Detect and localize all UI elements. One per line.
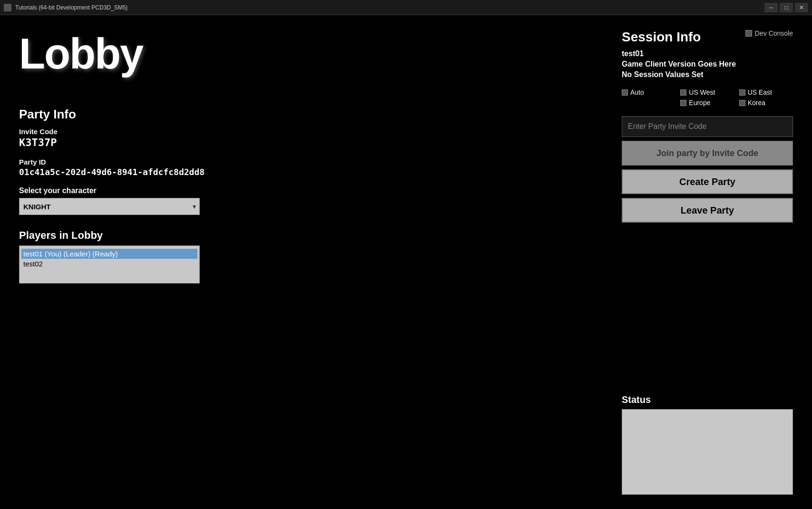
right-top-header: Session Info Dev Console <box>622 29 793 45</box>
status-section: Status <box>622 385 793 495</box>
region-us-east[interactable]: US East <box>739 88 793 96</box>
session-version: Game Client Version Goes Here <box>622 60 793 69</box>
right-panel: Session Info Dev Console test01 Game Cli… <box>612 29 793 495</box>
status-box <box>622 409 793 495</box>
list-item[interactable]: test01 (You) (Leader) (Ready) <box>21 249 197 259</box>
region-europe-checkbox <box>680 100 686 106</box>
session-no-values: No Session Values Set <box>622 70 793 79</box>
main-content: Lobby Party Info Invite Code K3T37P Part… <box>0 15 812 509</box>
character-select-label: Select your character <box>19 186 593 195</box>
join-party-button[interactable]: Join party by Invite Code <box>622 141 793 166</box>
session-info-title: Session Info <box>622 29 701 45</box>
title-bar-text: Tutorials (64-bit Development PCD3D_SM5) <box>15 4 127 11</box>
region-us-west[interactable]: US West <box>680 88 734 96</box>
region-korea-label: Korea <box>748 99 765 107</box>
app-icon <box>4 4 11 11</box>
invite-code-value: K3T37P <box>19 137 593 148</box>
region-auto[interactable]: Auto <box>622 88 675 96</box>
character-select-section: Select your character KNIGHT WARRIOR MAG… <box>19 186 593 215</box>
character-select[interactable]: KNIGHT WARRIOR MAGE ARCHER <box>19 198 200 215</box>
dev-console-checkbox <box>745 30 752 37</box>
party-info-section: Party Info Invite Code K3T37P Party ID 0… <box>19 107 593 177</box>
lobby-title: Lobby <box>19 29 593 78</box>
region-europe[interactable]: Europe <box>680 99 734 107</box>
invite-code-label: Invite Code <box>19 127 593 136</box>
region-us-west-label: US West <box>689 88 715 96</box>
region-us-west-checkbox <box>680 89 686 96</box>
party-info-heading: Party Info <box>19 107 593 122</box>
maximize-button[interactable]: □ <box>780 3 793 12</box>
list-item[interactable]: test02 <box>23 259 196 269</box>
left-panel: Lobby Party Info Invite Code K3T37P Part… <box>19 29 612 495</box>
invite-code-input[interactable] <box>622 116 793 137</box>
region-us-east-label: US East <box>748 88 772 96</box>
status-label: Status <box>622 394 793 405</box>
create-party-button[interactable]: Create Party <box>622 169 793 194</box>
title-bar: Tutorials (64-bit Development PCD3D_SM5)… <box>0 0 812 15</box>
players-section: Players in Lobby test01 (You) (Leader) (… <box>19 229 593 284</box>
party-id-value: 01c41a5c-202d-49d6-8941-afdcfc8d2dd8 <box>19 167 593 177</box>
minimize-button[interactable]: ─ <box>764 3 778 12</box>
title-bar-left: Tutorials (64-bit Development PCD3D_SM5) <box>4 4 127 11</box>
players-list: test01 (You) (Leader) (Ready) test02 <box>19 245 200 284</box>
region-auto-checkbox <box>622 89 628 96</box>
regions-grid: Auto US West US East Europe Korea <box>622 88 793 107</box>
close-button[interactable]: ✕ <box>795 3 808 12</box>
region-us-east-checkbox <box>739 89 745 96</box>
region-korea[interactable]: Korea <box>739 99 793 107</box>
leave-party-button[interactable]: Leave Party <box>622 198 793 223</box>
dev-console-toggle[interactable]: Dev Console <box>745 29 793 37</box>
region-auto-label: Auto <box>630 88 644 96</box>
session-username: test01 <box>622 49 793 58</box>
character-select-wrapper: KNIGHT WARRIOR MAGE ARCHER <box>19 198 200 215</box>
region-europe-label: Europe <box>689 99 710 107</box>
title-bar-controls: ─ □ ✕ <box>764 3 808 12</box>
region-korea-checkbox <box>739 100 745 106</box>
players-heading: Players in Lobby <box>19 229 593 242</box>
dev-console-label: Dev Console <box>755 29 793 37</box>
party-id-label: Party ID <box>19 158 593 166</box>
